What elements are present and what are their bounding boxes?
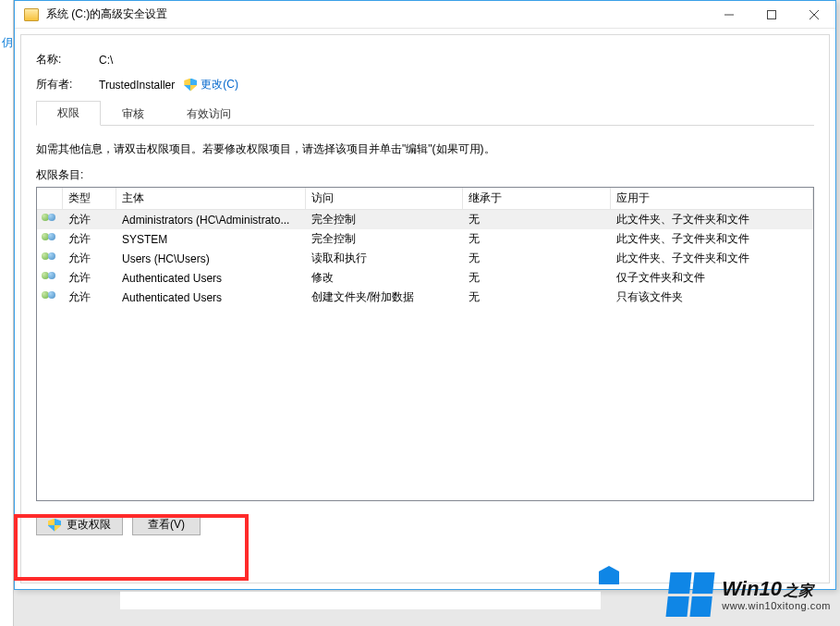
cell-type: 允许 xyxy=(63,231,116,247)
cell-principal: SYSTEM xyxy=(116,233,306,246)
watermark-suffix: 之家 xyxy=(784,583,813,598)
owner-value: TrustedInstaller xyxy=(99,79,175,92)
name-value: C:\ xyxy=(99,54,113,67)
cell-access: 读取和执行 xyxy=(306,251,463,266)
col-principal-header[interactable]: 主体 xyxy=(116,188,306,209)
folder-icon xyxy=(24,8,39,21)
cell-type: 允许 xyxy=(63,251,116,266)
col-type-header[interactable]: 类型 xyxy=(63,188,116,209)
cell-principal: Authenticated Users xyxy=(116,272,306,285)
cell-applies: 此文件夹、子文件夹和文件 xyxy=(611,212,813,227)
cell-applies: 此文件夹、子文件夹和文件 xyxy=(611,251,813,266)
cell-access: 创建文件夹/附加数据 xyxy=(306,289,463,305)
permissions-table: 类型 主体 访问 继承于 应用于 允许Administrators (HC\Ad… xyxy=(36,187,814,501)
name-row: 名称: C:\ xyxy=(36,52,814,68)
owner-label: 所有者: xyxy=(36,77,99,92)
maximize-icon xyxy=(767,10,776,19)
cell-access: 完全控制 xyxy=(306,231,463,247)
name-label: 名称: xyxy=(36,52,99,68)
watermark: Win10之家 www.win10xitong.com xyxy=(668,572,831,617)
minimize-icon xyxy=(724,10,734,19)
watermark-url: www.win10xitong.com xyxy=(722,600,831,611)
cell-type: 允许 xyxy=(63,212,116,227)
cell-inherit: 无 xyxy=(463,289,611,305)
cell-inherit: 无 xyxy=(463,251,611,266)
sliver-char: 仴 xyxy=(2,35,13,51)
cell-principal: Users (HC\Users) xyxy=(116,252,306,265)
tab-auditing[interactable]: 审核 xyxy=(101,102,165,126)
titlebar[interactable]: 系统 (C:)的高级安全设置 xyxy=(15,1,835,29)
entries-label: 权限条目: xyxy=(36,167,814,183)
windows-logo-icon xyxy=(666,572,715,617)
owner-row: 所有者: TrustedInstaller 更改(C) xyxy=(36,77,814,92)
table-row[interactable]: 允许Users (HC\Users)读取和执行无此文件夹、子文件夹和文件 xyxy=(37,249,813,268)
button-row: 更改权限 查看(V) xyxy=(36,514,814,535)
table-row[interactable]: 允许SYSTEM完全控制无此文件夹、子文件夹和文件 xyxy=(37,229,813,249)
table-row[interactable]: 允许Authenticated Users创建文件夹/附加数据无只有该文件夹 xyxy=(37,288,813,307)
cell-inherit: 无 xyxy=(463,212,611,227)
background-window-sliver: 仴 xyxy=(0,0,14,626)
instruction-text: 如需其他信息，请双击权限项目。若要修改权限项目，请选择该项目并单击"编辑"(如果… xyxy=(36,141,814,158)
tab-effective-access[interactable]: 有效访问 xyxy=(165,102,252,126)
window-title: 系统 (C:)的高级安全设置 xyxy=(46,6,167,22)
cell-principal: Administrators (HC\Administrato... xyxy=(116,214,306,227)
watermark-brand: Win10 xyxy=(722,577,782,600)
close-button[interactable] xyxy=(793,1,835,29)
cell-principal: Authenticated Users xyxy=(116,291,306,304)
background-strip xyxy=(120,591,601,609)
table-header: 类型 主体 访问 继承于 应用于 xyxy=(37,188,813,210)
col-inherit-header[interactable]: 继承于 xyxy=(463,188,611,209)
cell-inherit: 无 xyxy=(463,270,611,286)
table-body: 允许Administrators (HC\Administrato...完全控制… xyxy=(37,210,813,307)
change-permissions-button[interactable]: 更改权限 xyxy=(36,514,123,535)
cell-access: 修改 xyxy=(306,270,463,286)
maximize-button[interactable] xyxy=(750,1,793,29)
cell-applies: 仅子文件夹和文件 xyxy=(611,270,813,286)
minimize-button[interactable] xyxy=(708,1,750,29)
change-owner-link[interactable]: 更改(C) xyxy=(201,77,238,92)
cell-type: 允许 xyxy=(63,270,116,286)
table-row[interactable]: 允许Authenticated Users修改无仅子文件夹和文件 xyxy=(37,268,813,288)
col-applies-header[interactable]: 应用于 xyxy=(611,188,813,209)
col-icon-header[interactable] xyxy=(37,188,63,209)
cell-applies: 此文件夹、子文件夹和文件 xyxy=(611,231,813,247)
svg-rect-1 xyxy=(768,10,776,18)
advanced-security-window: 系统 (C:)的高级安全设置 名称: C:\ 所有者: TrustedInsta… xyxy=(14,0,836,590)
col-access-header[interactable]: 访问 xyxy=(306,188,463,209)
view-button[interactable]: 查看(V) xyxy=(132,514,201,535)
content-panel: 名称: C:\ 所有者: TrustedInstaller 更改(C) 权限 审… xyxy=(20,34,830,583)
cell-inherit: 无 xyxy=(463,231,611,247)
change-permissions-label: 更改权限 xyxy=(67,517,111,533)
cell-access: 完全控制 xyxy=(306,212,463,227)
tab-bar: 权限 审核 有效访问 xyxy=(36,102,814,126)
cell-applies: 只有该文件夹 xyxy=(611,289,813,305)
cell-type: 允许 xyxy=(63,289,116,305)
tab-permissions[interactable]: 权限 xyxy=(36,101,101,126)
close-icon xyxy=(810,10,819,19)
table-row[interactable]: 允许Administrators (HC\Administrato...完全控制… xyxy=(37,210,813,229)
shield-icon xyxy=(184,79,197,92)
watermark-text: Win10之家 www.win10xitong.com xyxy=(722,578,831,611)
shield-icon xyxy=(48,519,61,532)
